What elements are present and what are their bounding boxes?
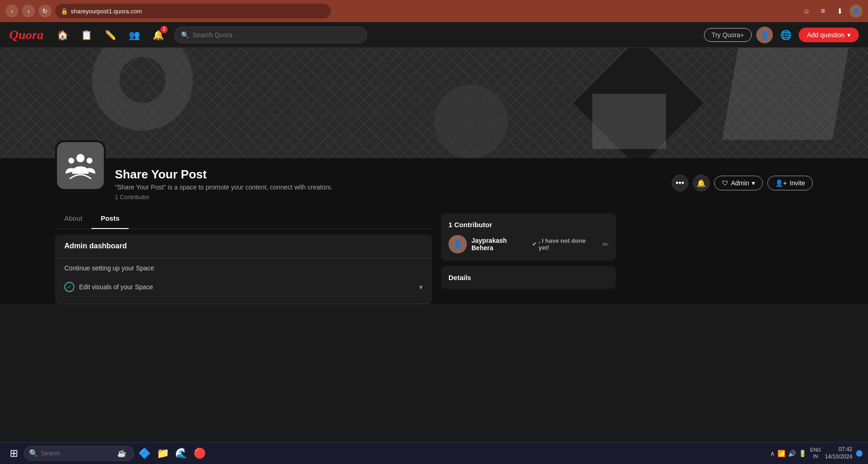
shield-icon: 🛡 [722,179,728,187]
lock-icon: 🔒 [61,8,68,15]
verified-badge-icon: ✔ [532,241,537,247]
region-text: IN [810,453,821,459]
chevron-up-tray-icon[interactable]: ∧ [770,450,775,457]
admin-chevron-icon: ▾ [752,179,755,187]
taskbar: ⊞ 🔍 ☕ 🔷 📁 🌊 🔴 ∧ 📶 🔊 🔋 ENG IN 07:42 14/10… [0,442,868,464]
clock-date: 14/10/2024 [825,453,852,461]
try-quora-button[interactable]: Try Quora+ [704,28,752,42]
details-title: Details [448,274,608,281]
windows-logo-icon: ⊞ [10,447,18,459]
answers-icon[interactable]: 📋 [79,27,95,43]
quora-logo[interactable]: Quora [9,28,44,42]
volume-icon[interactable]: 🔊 [788,450,796,457]
admin-dashboard-header: Admin dashboard [55,235,432,258]
space-contributors-count: 1 Contributor [115,194,333,200]
space-avatar [55,140,106,191]
taskbar-edge-icon[interactable]: 🌊 [173,445,189,462]
space-cover [0,48,868,158]
add-question-chevron: ▾ [847,31,851,39]
space-avatar-icon [64,149,97,182]
contributor-item: 👤 Jayprakash Behera ✔ , I have not done … [448,235,608,253]
browser-chrome: ‹ › ↻ 🔒 shareyourpost1.quora.com ☆ ≡ ⬇ 👤 [0,0,868,22]
more-options-button[interactable]: ••• [672,175,688,191]
admin-label: Admin [731,179,749,187]
notification-wrapper: 🔔 3 [150,27,167,43]
svg-point-1 [68,158,74,164]
battery-icon[interactable]: 🔋 [799,450,806,457]
back-button[interactable]: ‹ [6,5,18,17]
contributor-bio: , I have not done yet! [539,237,598,251]
details-card: Details [441,266,616,289]
svg-point-0 [76,154,85,162]
tabs-bar: About Posts [55,208,432,229]
setup-item-left: ✓ Edit visuals of your Space [64,282,153,292]
svg-point-2 [87,158,93,164]
tab-posts[interactable]: Posts [91,208,129,229]
space-text-info: Share Your Post "Share Your Post" is a s… [115,166,333,200]
space-info-bar: Share Your Post "Share Your Post" is a s… [0,158,868,208]
taskbar-right: ∧ 📶 🔊 🔋 ENG IN 07:42 14/10/2024 [770,446,862,460]
admin-button[interactable]: 🛡 Admin ▾ [714,176,763,190]
quora-navbar: Quora 🏠 📋 ✏️ 👥 🔔 3 🔍 Try Quora+ 👤 🌐 Add … [0,22,868,48]
edit-contributor-button[interactable]: ✏ [602,240,608,249]
forward-button[interactable]: › [22,5,35,17]
cover-shape-rect [592,94,666,149]
download-icon[interactable]: ⬇ [833,5,846,17]
search-icon: 🔍 [181,31,189,39]
space-description: "Share Your Post" is a space to promote … [115,183,333,191]
space-name: Share Your Post [115,167,333,182]
browser-user-avatar[interactable]: 👤 [850,5,862,17]
lang-text: ENG [810,447,821,453]
playlist-icon[interactable]: ≡ [817,5,829,17]
space-actions: ••• 🔔 🛡 Admin ▾ 👤+ Invite [672,166,813,191]
language-indicator: ENG IN [810,447,821,459]
system-clock[interactable]: 07:42 14/10/2024 [825,446,852,460]
coffee-icon: ☕ [117,449,126,458]
main-content: About Posts Admin dashboard Continue set… [0,208,868,304]
search-bar[interactable]: 🔍 [174,27,367,43]
refresh-button[interactable]: ↻ [39,5,51,17]
add-question-label: Add question [807,31,845,39]
contributor-avatar: 👤 [448,235,467,253]
invite-label: Invite [790,179,805,187]
setup-title: Continue setting up your Space [64,264,423,272]
sys-tray-icons: ∧ 📶 🔊 🔋 [770,450,806,457]
network-icon[interactable]: 📶 [777,450,785,457]
setup-item-label-visuals: Edit visuals of your Space [79,283,153,291]
notification-dot[interactable] [856,450,862,457]
invite-button[interactable]: 👤+ Invite [767,176,813,190]
user-avatar[interactable]: 👤 [756,27,773,43]
home-icon[interactable]: 🏠 [55,27,71,43]
add-question-button[interactable]: Add question ▾ [799,28,859,42]
star-icon[interactable]: ☆ [800,5,813,17]
start-button[interactable]: ⊞ [6,445,22,462]
taskbar-search-input[interactable] [41,450,114,457]
admin-dashboard-card: Admin dashboard Continue setting up your… [55,235,432,304]
contributors-title: 1 Contributor [448,221,608,229]
contributor-name-text: Jayprakash Behera [471,237,530,252]
url-bar[interactable]: 🔒 shareyourpost1.quora.com [55,4,331,18]
notification-badge: 3 [160,26,168,33]
community-icon[interactable]: 👥 [126,27,143,43]
language-icon[interactable]: 🌐 [777,27,794,43]
nav-right: Try Quora+ 👤 🌐 Add question ▾ [704,27,859,43]
clock-time: 07:42 [825,446,852,453]
browser-actions: ☆ ≡ ⬇ 👤 [800,5,862,17]
edit-icon[interactable]: ✏️ [102,27,119,43]
contributors-card: 1 Contributor 👤 Jayprakash Behera ✔ , I … [441,213,616,261]
taskbar-chrome-icon[interactable]: 🔴 [191,445,208,462]
url-text: shareyourpost1.quora.com [71,8,142,15]
check-done-icon: ✓ [64,282,74,292]
taskbar-search-box[interactable]: 🔍 ☕ [24,446,134,461]
cover-shape-skew [722,48,848,140]
right-panel: 1 Contributor 👤 Jayprakash Behera ✔ , I … [441,208,616,304]
taskbar-copilot-icon[interactable]: 🔷 [136,445,153,462]
search-input[interactable] [193,31,360,39]
chevron-down-icon: ▾ [419,283,423,292]
setup-item-visuals[interactable]: ✓ Edit visuals of your Space ▾ [64,277,423,297]
tab-about[interactable]: About [55,208,91,229]
taskbar-files-icon[interactable]: 📁 [154,445,171,462]
taskbar-search-icon: 🔍 [29,449,38,458]
left-panel: About Posts Admin dashboard Continue set… [55,208,432,304]
space-notification-button[interactable]: 🔔 [693,175,709,191]
